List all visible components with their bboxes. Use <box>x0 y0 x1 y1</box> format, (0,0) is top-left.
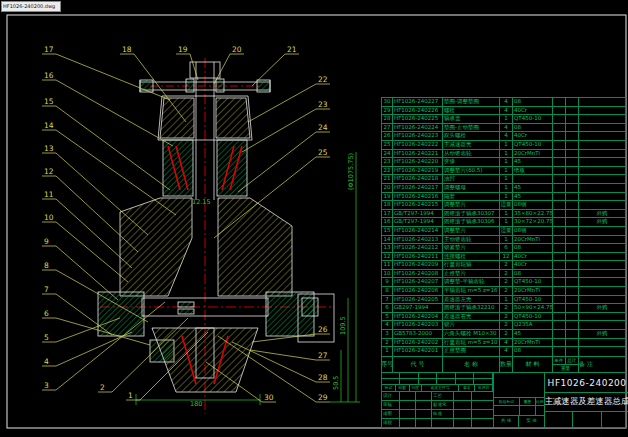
table-row: 11HF1026-240209行星齿轮轴240Cr <box>382 261 625 270</box>
header-weight-group: 单件 总计 重量 <box>553 357 579 372</box>
header-qty: 数量 <box>500 357 513 372</box>
callout-23: 23 <box>318 100 328 109</box>
cell-code: HF1026-240224 <box>393 124 443 132</box>
cell-material: 纸板 <box>513 167 553 175</box>
cell-weight-total <box>566 132 579 140</box>
table-header: 序号 代 号 名 称 数量 材 料 单件 总计 重量 备 注 <box>382 356 625 372</box>
title-block-id-area: HF1026-240200 主减速器及差速器总成 <box>545 373 628 427</box>
cell-material: 08 <box>513 244 553 252</box>
cell-material: 45 <box>513 184 553 192</box>
cell-weight-unit <box>553 150 566 158</box>
cell-weight-total <box>566 193 579 201</box>
callout-1: 1 <box>128 391 133 400</box>
cell-weight-total <box>566 227 579 235</box>
cell-code: HF1026-240215 <box>393 201 443 209</box>
cell-remark <box>579 132 625 140</box>
cell-qty: 1 <box>500 150 513 158</box>
cell-material: 08 <box>513 347 553 356</box>
cell-qty: 2 <box>500 270 513 278</box>
cell-remark <box>579 278 625 286</box>
table-row: 27HF1026-240224垫圈-止动垫圈408 <box>382 124 625 133</box>
table-row: 24HF1026-240221从动锥齿轮120CrMnTi <box>382 150 625 159</box>
header-weight-total: 总计 <box>566 357 578 364</box>
cell-weight-unit <box>553 210 566 218</box>
role-cell <box>416 410 432 418</box>
cell-name: 圆锥滚子轴承32210 <box>443 304 500 312</box>
cell-code: HF1026-240227 <box>393 98 443 106</box>
cell-remark <box>579 339 625 347</box>
sheets-total: 共 张 <box>494 416 519 427</box>
cell-material: 08 <box>513 124 553 132</box>
callout-19: 19 <box>178 45 188 54</box>
cell-name: 垫圈-止动垫圈 <box>443 124 500 132</box>
cell-weight-total <box>566 261 579 269</box>
role-cell <box>472 401 493 409</box>
cell-weight-total <box>566 150 579 158</box>
table-row: 30HF1026-240227垫圈-调整垫圈408 <box>382 98 625 107</box>
table-row: 5HF1026-240204差速器右壳2QT450-10 <box>382 313 625 322</box>
cell-qty: 1 <box>500 236 513 244</box>
cell-no: 2 <box>382 339 393 347</box>
cell-name: 调整垫片 <box>443 227 500 235</box>
drawing-number: HF1026-240200 <box>545 373 628 393</box>
role-cell <box>432 419 454 427</box>
cell-qty: 4 <box>500 347 513 356</box>
callout-9: 9 <box>44 237 49 246</box>
cell-weight-unit <box>553 236 566 244</box>
cell-weight-unit <box>553 218 566 226</box>
cell-remark <box>579 261 625 269</box>
cell-code: HF1026-240217 <box>393 184 443 192</box>
cell-code: HF1026-240216 <box>393 193 443 201</box>
cell-remark <box>579 253 625 261</box>
cell-no: 27 <box>382 124 393 132</box>
cell-material: 40Cr <box>513 107 553 115</box>
cell-weight-total <box>566 347 579 356</box>
table-row: 3GB5783-2000六角头螺栓 M10×30245外购 <box>382 330 625 339</box>
cell-weight-total <box>566 296 579 304</box>
table-row: 21HF1026-240218油封1 <box>382 175 625 184</box>
signature-row: 设计工艺 <box>382 392 493 401</box>
dimension-text: 109.5 <box>339 316 347 335</box>
cell-weight-unit <box>553 115 566 123</box>
callout-leader <box>242 109 316 152</box>
cell-qty: 2 <box>500 261 513 269</box>
cell-code: HF1026-240203 <box>393 321 443 329</box>
callout-leader <box>56 332 132 366</box>
cell-weight-total <box>566 141 579 149</box>
cell-material: 45 <box>513 330 553 338</box>
cell-remark <box>579 193 625 201</box>
cell-remark: 外购 <box>579 218 625 226</box>
cell-no: 17 <box>382 210 393 218</box>
cell-code: HF1026-240206 <box>393 287 443 295</box>
cell-no: 10 <box>382 270 393 278</box>
table-row: 19HF1026-240216隔套145 <box>382 193 625 202</box>
cell-no: 30 <box>382 98 393 106</box>
role-label: 工艺 <box>432 392 454 400</box>
cell-remark: 外购 <box>579 330 625 338</box>
cell-weight-total <box>566 107 579 115</box>
header-weight-unit: 单件 <box>553 357 566 364</box>
cell-name: 行星齿轮轴 <box>443 261 500 269</box>
cell-weight-unit <box>553 347 566 356</box>
callout-5: 5 <box>44 333 49 342</box>
cell-remark <box>579 184 625 192</box>
callout-16: 16 <box>44 71 54 80</box>
cell-weight-unit <box>553 124 566 132</box>
cell-weight-unit <box>553 227 566 235</box>
cell-code: GB/T297-1994 <box>393 210 443 218</box>
cell-code: GB297-1994 <box>393 304 443 312</box>
cell-qty: 1 <box>500 218 513 226</box>
table-row: 17GB/T297-1994圆锥滚子轴承30307135×80×22.75外购 <box>382 210 625 219</box>
cell-remark <box>579 201 625 209</box>
cell-weight-unit <box>553 167 566 175</box>
table-row: 9HF1026-240207调整垫-半轴齿轮2QT450-10 <box>382 278 625 287</box>
cell-qty: 6 <box>500 244 513 252</box>
cell-no: 7 <box>382 296 393 304</box>
cell-code: HF1026-240213 <box>393 236 443 244</box>
cell-weight-unit <box>553 313 566 321</box>
cell-code: HF1026-240225 <box>393 115 443 123</box>
table-row: 23HF1026-240220突缘145 <box>382 158 625 167</box>
role-cell <box>416 392 432 400</box>
revision-label: 签名 <box>459 385 475 391</box>
cell-remark <box>579 98 625 106</box>
